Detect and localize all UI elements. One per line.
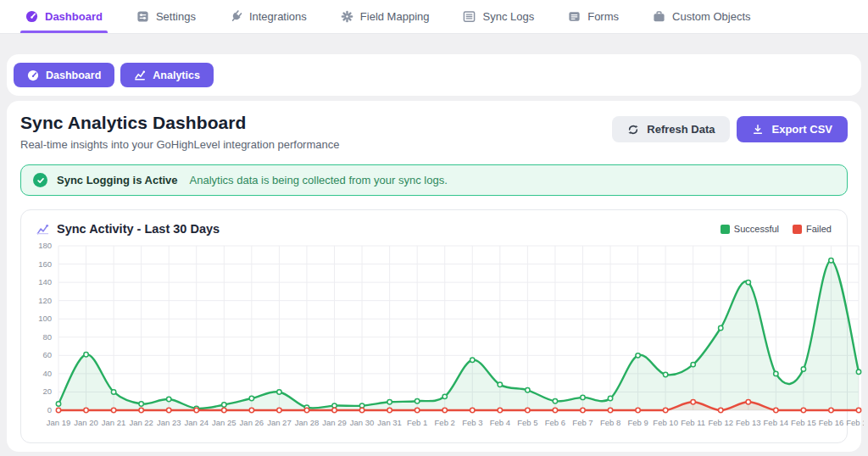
svg-text:Jan 23: Jan 23 [157, 418, 181, 427]
svg-text:Jan 28: Jan 28 [295, 418, 320, 427]
page-title: Sync Analytics Dashboard [20, 113, 339, 133]
svg-text:Feb 4: Feb 4 [490, 418, 510, 427]
svg-text:Feb 5: Feb 5 [517, 418, 537, 427]
tab-dashboard[interactable]: Dashboard [25, 0, 103, 33]
svg-text:60: 60 [42, 350, 52, 359]
svg-text:40: 40 [42, 369, 52, 378]
svg-text:Jan 27: Jan 27 [267, 418, 292, 427]
sync-activity-card: Sync Activity - Last 30 Days Successful … [20, 209, 848, 443]
export-csv-button[interactable]: Export CSV [737, 116, 848, 142]
chart-line-icon [36, 223, 49, 236]
svg-text:Jan 25: Jan 25 [212, 418, 236, 427]
sliders-icon [136, 10, 149, 23]
chart-title: Sync Activity - Last 30 Days [57, 222, 220, 236]
tab-label: Field Mapping [360, 10, 430, 23]
refresh-data-label: Refresh Data [647, 123, 715, 136]
svg-text:Feb 9: Feb 9 [627, 418, 648, 427]
svg-text:Feb 10: Feb 10 [653, 418, 678, 427]
svg-text:140: 140 [38, 277, 52, 286]
tab-label: Custom Objects [672, 10, 750, 23]
tab-label: Sync Logs [482, 10, 534, 23]
legend-successful-label: Successful [734, 224, 779, 234]
dashboard-view-label: Dashboard [46, 70, 101, 81]
svg-text:Jan 20: Jan 20 [74, 418, 98, 427]
svg-text:Feb 1: Feb 1 [407, 418, 427, 427]
check-circle-icon [33, 173, 47, 187]
list-icon [463, 10, 476, 23]
svg-text:100: 100 [38, 314, 52, 323]
tab-sync-logs[interactable]: Sync Logs [463, 0, 534, 33]
svg-text:160: 160 [38, 259, 52, 269]
download-icon [752, 124, 764, 136]
chart-legend: Successful Failed [721, 224, 832, 234]
refresh-data-button[interactable]: Refresh Data [612, 116, 730, 142]
svg-text:Feb 13: Feb 13 [736, 418, 761, 427]
page-body: Dashboard Analytics Sync Analytics Dashb… [0, 54, 868, 452]
alert-title: Sync Logging is Active [57, 174, 178, 186]
svg-text:Jan 29: Jan 29 [322, 418, 347, 427]
chart-line-icon [134, 70, 146, 81]
plug-icon [230, 10, 242, 23]
svg-text:Jan 26: Jan 26 [240, 418, 264, 427]
failed-swatch [793, 225, 802, 234]
tab-label: Settings [156, 10, 196, 23]
tab-integrations[interactable]: Integrations [230, 0, 307, 33]
refresh-icon [627, 124, 639, 136]
svg-text:Feb 14: Feb 14 [764, 418, 789, 427]
analytics-view-button[interactable]: Analytics [120, 63, 214, 87]
alert-message: Analytics data is being collected from y… [190, 174, 448, 186]
chart-header: Sync Activity - Last 30 Days Successful … [30, 220, 838, 236]
sync-logging-alert: Sync Logging is Active Analytics data is… [20, 164, 848, 196]
svg-text:Feb 17: Feb 17 [846, 418, 864, 427]
tab-settings[interactable]: Settings [136, 0, 196, 33]
main-content-card: Sync Analytics Dashboard Real-time insig… [7, 101, 861, 452]
tab-label: Forms [587, 10, 619, 23]
svg-text:Jan 21: Jan 21 [102, 418, 126, 427]
svg-text:0: 0 [47, 405, 52, 414]
svg-text:Jan 22: Jan 22 [129, 418, 153, 427]
page-subtitle: Real-time insights into your GoHighLevel… [20, 138, 339, 151]
legend-failed-label: Failed [806, 224, 832, 234]
tab-label: Dashboard [45, 10, 103, 23]
header-actions: Refresh Data Export CSV [612, 116, 848, 142]
svg-text:Feb 12: Feb 12 [708, 418, 733, 427]
svg-text:Feb 3: Feb 3 [462, 418, 482, 427]
sync-activity-chart: 020406080100120140160180Jan 19Jan 20Jan … [30, 239, 864, 432]
tab-label: Integrations [249, 10, 307, 23]
svg-text:Jan 19: Jan 19 [47, 418, 71, 427]
gauge-icon [25, 10, 38, 23]
briefcase-icon [653, 10, 665, 23]
legend-successful[interactable]: Successful [721, 224, 779, 234]
view-switcher-card: Dashboard Analytics [7, 54, 861, 96]
svg-text:Feb 8: Feb 8 [600, 418, 620, 427]
tab-field-mapping[interactable]: Field Mapping [341, 0, 430, 33]
legend-failed[interactable]: Failed [793, 224, 832, 234]
svg-text:Feb 6: Feb 6 [545, 418, 565, 427]
svg-text:Jan 30: Jan 30 [350, 418, 375, 427]
svg-text:Feb 16: Feb 16 [819, 418, 844, 427]
svg-text:Feb 11: Feb 11 [681, 418, 705, 427]
successful-swatch [721, 225, 730, 234]
export-csv-label: Export CSV [771, 123, 832, 136]
svg-text:Feb 2: Feb 2 [435, 418, 455, 427]
svg-text:Jan 24: Jan 24 [184, 418, 209, 427]
svg-text:Jan 31: Jan 31 [377, 418, 402, 427]
svg-text:Feb 7: Feb 7 [572, 418, 593, 427]
svg-text:80: 80 [42, 332, 52, 342]
dashboard-view-button[interactable]: Dashboard [14, 63, 114, 87]
svg-text:120: 120 [38, 296, 52, 305]
svg-text:20: 20 [42, 386, 52, 396]
gauge-icon [27, 70, 39, 81]
tab-forms[interactable]: Forms [568, 0, 619, 33]
form-icon [568, 10, 581, 23]
page-header: Sync Analytics Dashboard Real-time insig… [14, 113, 854, 151]
top-navigation: Dashboard Settings Integrations Field Ma… [0, 0, 868, 34]
tab-custom-objects[interactable]: Custom Objects [653, 0, 750, 33]
gear-icon [341, 10, 353, 23]
analytics-view-label: Analytics [153, 70, 200, 81]
svg-text:180: 180 [38, 241, 52, 250]
svg-text:Feb 15: Feb 15 [791, 418, 816, 427]
